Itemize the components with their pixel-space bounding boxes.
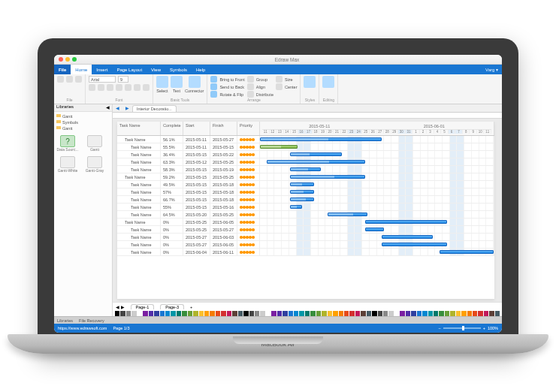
font-name-select[interactable]: Arial <box>89 76 116 83</box>
color-swatch[interactable] <box>383 311 388 316</box>
color-swatch[interactable] <box>349 311 354 316</box>
gantt-bar[interactable] <box>290 152 341 157</box>
gantt-bar[interactable] <box>290 205 302 210</box>
zoom-slider[interactable] <box>443 327 481 329</box>
color-swatch[interactable] <box>394 311 399 316</box>
zoom-out-icon[interactable]: − <box>438 326 440 330</box>
color-swatch[interactable] <box>450 311 455 316</box>
gantt-row[interactable]: Task Name64.5%2015-05-202015-05-25 <box>117 211 494 219</box>
traffic-lights[interactable] <box>59 57 77 62</box>
color-swatch[interactable] <box>193 311 198 316</box>
gantt-row[interactable]: Task Name49.5%2015-05-152015-05-18 <box>117 181 494 188</box>
gantt-row[interactable]: Task Name0%2015-05-272015-06-03 <box>117 234 494 241</box>
next-doc-icon[interactable]: ▶ <box>122 106 132 110</box>
bring-to-front-icon[interactable] <box>210 76 217 83</box>
bold-icon[interactable] <box>89 84 95 91</box>
gantt-bar[interactable] <box>290 182 313 187</box>
color-swatch[interactable] <box>131 311 136 316</box>
color-swatch[interactable] <box>445 311 449 316</box>
prev-doc-icon[interactable]: ◀ <box>113 106 122 110</box>
color-swatch[interactable] <box>126 311 131 316</box>
new-icon[interactable] <box>57 76 64 83</box>
color-swatch[interactable] <box>299 311 304 316</box>
gantt-bar[interactable] <box>365 228 384 232</box>
color-swatch[interactable] <box>434 311 438 316</box>
align-icon[interactable] <box>247 83 254 90</box>
color-swatch[interactable] <box>439 311 443 316</box>
gantt-bar[interactable] <box>290 175 365 179</box>
shape-item[interactable]: Gantt <box>83 135 106 152</box>
gantt-bar[interactable] <box>260 137 382 142</box>
color-swatch[interactable] <box>316 311 321 316</box>
color-swatch[interactable] <box>484 311 488 316</box>
color-swatch[interactable] <box>271 311 276 316</box>
tree-item[interactable]: Gantt <box>56 125 110 131</box>
color-swatch[interactable] <box>495 311 500 316</box>
color-swatch[interactable] <box>294 311 298 316</box>
open-icon[interactable] <box>66 76 73 83</box>
chevron-left-icon[interactable]: ◀ <box>106 104 110 111</box>
tree-item[interactable]: Gantt <box>56 113 110 119</box>
color-swatch[interactable] <box>461 311 466 316</box>
ribbon-tab-page-layout[interactable]: Page Layout <box>112 65 147 74</box>
color-swatch[interactable] <box>283 311 287 316</box>
ribbon-tab-view[interactable]: View <box>147 65 165 74</box>
libraries-tree[interactable]: GanttSymbolsGantt <box>54 112 112 133</box>
color-swatch[interactable] <box>249 311 254 316</box>
distribute-icon[interactable] <box>247 91 254 98</box>
gantt-bar[interactable] <box>290 167 320 172</box>
gantt-bar[interactable] <box>365 220 447 225</box>
tree-item[interactable]: Symbols <box>56 119 110 125</box>
gantt-row[interactable]: Task Name58.3%2015-05-152015-05-19 <box>117 166 494 173</box>
color-swatch[interactable] <box>149 311 153 316</box>
color-swatches[interactable] <box>113 311 502 316</box>
page-nav-icon[interactable]: ◀ ▶ <box>116 305 125 309</box>
color-swatch[interactable] <box>171 311 175 316</box>
color-swatch[interactable] <box>120 311 125 316</box>
save-icon[interactable] <box>75 76 82 83</box>
font-size-select[interactable]: 9 <box>118 76 128 83</box>
footer-item[interactable]: Libraries <box>57 318 73 323</box>
gantt-bar[interactable] <box>382 235 433 240</box>
shape-item[interactable]: Gantt-White <box>56 156 79 173</box>
shape-item[interactable]: ?Data Sourc... <box>56 135 79 152</box>
ribbon-tab-home[interactable]: Home <box>71 65 92 74</box>
color-swatch[interactable] <box>411 311 415 316</box>
gantt-bar[interactable] <box>382 243 447 247</box>
color-swatch[interactable] <box>422 311 427 316</box>
color-swatch[interactable] <box>255 311 259 316</box>
zoom-control[interactable]: − + 100% <box>438 326 498 330</box>
color-swatch[interactable] <box>243 311 248 316</box>
color-swatch[interactable] <box>339 311 343 316</box>
gantt-row[interactable]: Task Name0%2015-05-252015-06-05 <box>117 219 494 226</box>
color-swatch[interactable] <box>266 311 270 316</box>
gantt-row[interactable]: Task Name56.1%2015-05-112015-05-27 <box>117 136 494 143</box>
ribbon-user[interactable]: Varg ▾ <box>482 65 502 74</box>
color-swatch[interactable] <box>305 311 310 316</box>
gantt-row[interactable]: Task Name66.7%2015-05-152015-05-18 <box>117 196 494 204</box>
color-swatch[interactable] <box>115 311 119 316</box>
gantt-bar[interactable] <box>440 250 494 255</box>
color-swatch[interactable] <box>406 311 410 316</box>
gantt-bar[interactable] <box>267 160 365 164</box>
zoom-in-icon[interactable]: + <box>483 326 485 330</box>
color-swatch[interactable] <box>456 311 461 316</box>
connector-tool-icon[interactable] <box>189 76 201 88</box>
gantt-row[interactable]: Task Name55.5%2015-05-112015-05-15 <box>117 143 494 151</box>
ribbon-tab-file[interactable]: File <box>54 65 71 74</box>
color-swatch[interactable] <box>204 311 209 316</box>
color-swatch[interactable] <box>210 311 214 316</box>
send-to-back-icon[interactable] <box>210 83 217 90</box>
gantt-row[interactable]: Task Name57%2015-05-152015-05-18 <box>117 188 494 196</box>
color-swatch[interactable] <box>417 311 422 316</box>
color-swatch[interactable] <box>227 311 231 316</box>
gantt-row[interactable]: Task Name55%2015-05-152015-05-16 <box>117 204 494 211</box>
gantt-bar[interactable] <box>290 190 313 194</box>
color-swatch[interactable] <box>310 311 315 316</box>
gantt-row[interactable]: Task Name59.2%2015-05-152015-05-25 <box>117 173 494 181</box>
page-tab[interactable]: Page-3 <box>160 304 184 309</box>
color-swatch[interactable] <box>344 311 349 316</box>
color-swatch[interactable] <box>221 311 225 316</box>
color-swatch[interactable] <box>177 311 181 316</box>
color-swatch[interactable] <box>473 311 477 316</box>
